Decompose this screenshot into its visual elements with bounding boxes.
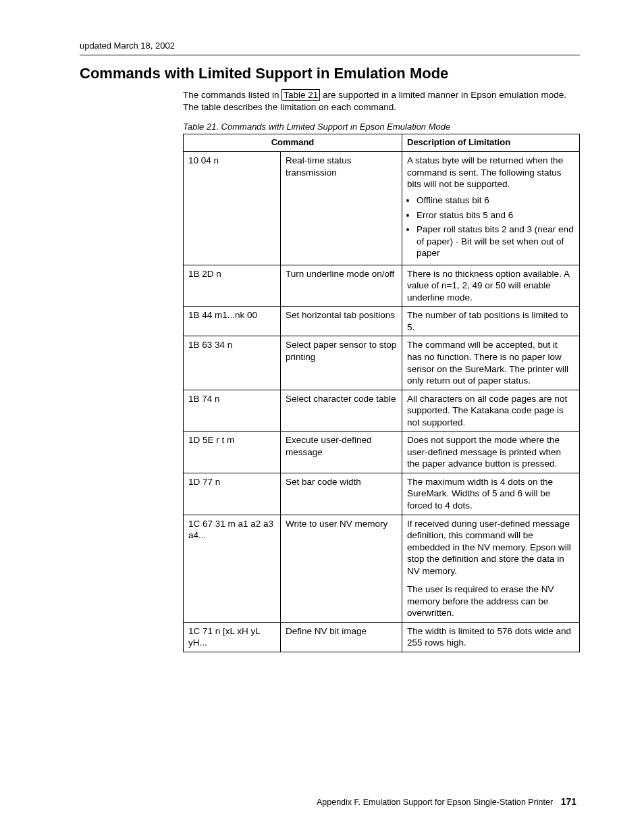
table-row: 1C 67 31 m a1 a2 a3 a4... Write to user … xyxy=(184,515,580,622)
updated-date: updated March 18, 2002 xyxy=(80,41,580,51)
cmd-desc: Select paper sensor to stop printing xyxy=(281,336,402,390)
table-row: 1D 77 n Set bar code width The maximum w… xyxy=(184,473,580,515)
cmd-limitation: A status byte will be returned when the … xyxy=(402,152,580,265)
cmd-limitation: If received during user-defined message … xyxy=(402,515,580,622)
limit-para1: If received during user-defined message … xyxy=(407,518,574,577)
cmd-code: 1C 71 n [xL xH yL yH... xyxy=(184,622,281,652)
table-reference-link[interactable]: Table 21 xyxy=(281,89,320,101)
table-row: 1C 71 n [xL xH yL yH... Define NV bit im… xyxy=(184,622,580,652)
cmd-code: 1D 77 n xyxy=(184,473,281,515)
table-row: 1B 2D n Turn underline mode on/off There… xyxy=(184,265,580,307)
table-caption: Table 21. Commands with Limited Support … xyxy=(88,122,580,132)
page-footer: Appendix F. Emulation Support for Epson … xyxy=(317,796,576,807)
footer-text: Appendix F. Emulation Support for Epson … xyxy=(317,798,553,807)
cmd-desc: Write to user NV memory xyxy=(281,515,402,622)
cmd-desc: Execute user-defined message xyxy=(281,432,402,473)
bullet-item: Offline status bit 6 xyxy=(417,194,574,207)
cmd-desc: Set horizontal tab positions xyxy=(281,307,402,336)
page-content: updated March 18, 2002 Commands with Lim… xyxy=(0,0,644,679)
cmd-limitation: There is no thickness option available. … xyxy=(402,265,580,307)
commands-table: Command Description of Limitation 10 04 … xyxy=(183,134,580,652)
cmd-limitation: The number of tab positions is limited t… xyxy=(402,307,580,336)
header-limitation: Description of Limitation xyxy=(402,134,580,152)
cmd-code: 1B 44 m1...nk 00 xyxy=(184,307,281,336)
cmd-desc: Real-time status transmission xyxy=(281,152,402,265)
bullet-item: Paper roll status bits 2 and 3 (near end… xyxy=(417,224,574,259)
cmd-code: 1B 74 n xyxy=(184,390,281,432)
limit-bullets: Offline status bit 6 Error status bits 5… xyxy=(407,194,574,259)
cmd-desc: Select character code table xyxy=(281,390,402,432)
cmd-code: 10 04 n xyxy=(184,152,281,265)
table-row: 1B 44 m1...nk 00 Set horizontal tab posi… xyxy=(184,307,580,336)
cmd-code: 1D 5E r t m xyxy=(184,432,281,473)
page-number: 171 xyxy=(561,796,576,807)
cmd-limitation: The maximum width is 4 dots on the SureM… xyxy=(402,473,580,515)
intro-pre: The commands listed in xyxy=(183,90,281,100)
cmd-limitation: Does not support the mode where the user… xyxy=(402,432,580,473)
divider xyxy=(80,55,580,55)
cmd-code: 1C 67 31 m a1 a2 a3 a4... xyxy=(184,515,281,622)
intro-paragraph: The commands listed in Table 21 are supp… xyxy=(80,89,580,113)
cmd-desc: Define NV bit image xyxy=(281,622,402,652)
cmd-limitation: All characters on all code pages are not… xyxy=(402,390,580,432)
table-header-row: Command Description of Limitation xyxy=(184,134,580,152)
cmd-code: 1B 63 34 n xyxy=(184,336,281,390)
cmd-limitation: The command will be accepted, but it has… xyxy=(402,336,580,390)
cmd-desc: Set bar code width xyxy=(281,473,402,515)
cmd-limitation: The width is limited to 576 dots wide an… xyxy=(402,622,580,652)
section-title: Commands with Limited Support in Emulati… xyxy=(80,65,580,82)
cmd-code: 1B 2D n xyxy=(184,265,281,307)
table-row: 1B 74 n Select character code table All … xyxy=(184,390,580,432)
header-command: Command xyxy=(184,134,402,152)
table-row: 1B 63 34 n Select paper sensor to stop p… xyxy=(184,336,580,390)
cmd-desc: Turn underline mode on/off xyxy=(281,265,402,307)
table-row: 10 04 n Real-time status transmission A … xyxy=(184,152,580,265)
limit-text: A status byte will be returned when the … xyxy=(407,155,563,189)
limit-para2: The user is required to erase the NV mem… xyxy=(407,583,574,619)
table-row: 1D 5E r t m Execute user-defined message… xyxy=(184,432,580,473)
bullet-item: Error status bits 5 and 6 xyxy=(417,209,574,221)
